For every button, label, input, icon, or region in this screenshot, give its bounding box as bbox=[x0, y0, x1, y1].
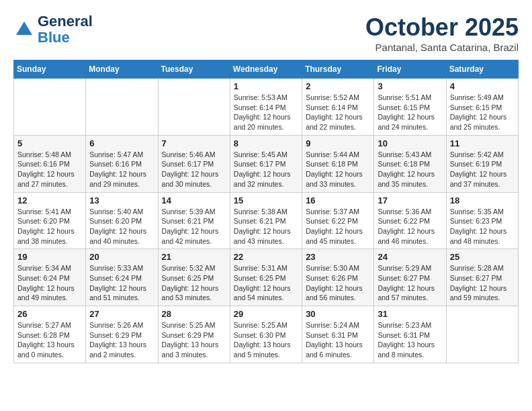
weekday-header-sunday: Sunday bbox=[14, 60, 86, 79]
calendar-cell: 17Sunrise: 5:36 AM Sunset: 6:22 PM Dayli… bbox=[374, 192, 446, 249]
weekday-header-tuesday: Tuesday bbox=[158, 60, 230, 79]
day-info: Sunrise: 5:38 AM Sunset: 6:21 PM Dayligh… bbox=[234, 207, 298, 246]
page-header: General Blue October 2025 Pantanal, Sant… bbox=[13, 13, 519, 53]
day-number: 28 bbox=[162, 309, 226, 319]
day-number: 8 bbox=[234, 138, 298, 148]
day-info: Sunrise: 5:26 AM Sunset: 6:29 PM Dayligh… bbox=[89, 320, 154, 360]
day-number: 16 bbox=[306, 195, 370, 205]
day-number: 9 bbox=[306, 138, 370, 148]
day-info: Sunrise: 5:28 AM Sunset: 6:27 PM Dayligh… bbox=[450, 263, 515, 303]
logo-text: General Blue bbox=[38, 13, 93, 46]
day-info: Sunrise: 5:49 AM Sunset: 6:15 PM Dayligh… bbox=[450, 93, 515, 132]
day-info: Sunrise: 5:35 AM Sunset: 6:23 PM Dayligh… bbox=[450, 207, 515, 246]
calendar-cell: 16Sunrise: 5:37 AM Sunset: 6:22 PM Dayli… bbox=[302, 192, 374, 249]
calendar-cell: 18Sunrise: 5:35 AM Sunset: 6:23 PM Dayli… bbox=[446, 192, 518, 249]
day-info: Sunrise: 5:42 AM Sunset: 6:19 PM Dayligh… bbox=[450, 150, 515, 189]
day-number: 29 bbox=[234, 309, 298, 319]
calendar-cell: 9Sunrise: 5:44 AM Sunset: 6:18 PM Daylig… bbox=[302, 135, 374, 192]
day-number: 19 bbox=[17, 252, 82, 262]
logo: General Blue bbox=[13, 13, 93, 46]
day-number: 12 bbox=[17, 195, 82, 205]
day-info: Sunrise: 5:45 AM Sunset: 6:17 PM Dayligh… bbox=[234, 150, 298, 189]
day-info: Sunrise: 5:32 AM Sunset: 6:25 PM Dayligh… bbox=[162, 263, 226, 303]
day-info: Sunrise: 5:52 AM Sunset: 6:14 PM Dayligh… bbox=[306, 93, 370, 132]
calendar-cell: 23Sunrise: 5:30 AM Sunset: 6:26 PM Dayli… bbox=[302, 249, 374, 306]
day-info: Sunrise: 5:40 AM Sunset: 6:20 PM Dayligh… bbox=[89, 207, 154, 246]
calendar-cell: 29Sunrise: 5:25 AM Sunset: 6:30 PM Dayli… bbox=[230, 306, 302, 363]
calendar-cell: 5Sunrise: 5:48 AM Sunset: 6:16 PM Daylig… bbox=[14, 135, 86, 192]
weekday-header-row: SundayMondayTuesdayWednesdayThursdayFrid… bbox=[14, 60, 519, 79]
calendar-cell: 2Sunrise: 5:52 AM Sunset: 6:14 PM Daylig… bbox=[302, 79, 374, 136]
weekday-header-friday: Friday bbox=[374, 60, 446, 79]
day-number: 21 bbox=[162, 252, 226, 262]
calendar-cell: 1Sunrise: 5:53 AM Sunset: 6:14 PM Daylig… bbox=[230, 79, 302, 136]
day-number: 22 bbox=[234, 252, 298, 262]
day-info: Sunrise: 5:36 AM Sunset: 6:22 PM Dayligh… bbox=[378, 207, 442, 246]
location-subtitle: Pantanal, Santa Catarina, Brazil bbox=[365, 42, 519, 53]
month-title: October 2025 bbox=[365, 13, 519, 42]
calendar-cell: 8Sunrise: 5:45 AM Sunset: 6:17 PM Daylig… bbox=[230, 135, 302, 192]
day-number: 30 bbox=[306, 309, 370, 319]
day-number: 3 bbox=[378, 81, 442, 91]
day-number: 5 bbox=[17, 138, 82, 148]
day-number: 17 bbox=[378, 195, 442, 205]
day-info: Sunrise: 5:30 AM Sunset: 6:26 PM Dayligh… bbox=[306, 263, 370, 303]
calendar-cell: 10Sunrise: 5:43 AM Sunset: 6:18 PM Dayli… bbox=[374, 135, 446, 192]
day-number: 10 bbox=[378, 138, 442, 148]
calendar-table: SundayMondayTuesdayWednesdayThursdayFrid… bbox=[13, 60, 519, 363]
calendar-cell: 25Sunrise: 5:28 AM Sunset: 6:27 PM Dayli… bbox=[446, 249, 518, 306]
calendar-cell: 11Sunrise: 5:42 AM Sunset: 6:19 PM Dayli… bbox=[446, 135, 518, 192]
day-info: Sunrise: 5:33 AM Sunset: 6:24 PM Dayligh… bbox=[89, 263, 154, 303]
day-info: Sunrise: 5:53 AM Sunset: 6:14 PM Dayligh… bbox=[234, 93, 298, 132]
calendar-cell bbox=[86, 79, 158, 136]
calendar-cell: 22Sunrise: 5:31 AM Sunset: 6:25 PM Dayli… bbox=[230, 249, 302, 306]
calendar-cell: 26Sunrise: 5:27 AM Sunset: 6:28 PM Dayli… bbox=[14, 306, 86, 363]
day-info: Sunrise: 5:46 AM Sunset: 6:17 PM Dayligh… bbox=[162, 150, 226, 189]
title-block: October 2025 Pantanal, Santa Catarina, B… bbox=[365, 13, 519, 53]
day-number: 24 bbox=[378, 252, 442, 262]
weekday-header-monday: Monday bbox=[86, 60, 158, 79]
day-number: 6 bbox=[89, 138, 154, 148]
day-number: 13 bbox=[89, 195, 154, 205]
calendar-week-5: 26Sunrise: 5:27 AM Sunset: 6:28 PM Dayli… bbox=[14, 306, 519, 363]
calendar-week-4: 19Sunrise: 5:34 AM Sunset: 6:24 PM Dayli… bbox=[14, 249, 519, 306]
day-number: 26 bbox=[17, 309, 82, 319]
day-info: Sunrise: 5:29 AM Sunset: 6:27 PM Dayligh… bbox=[378, 263, 442, 303]
day-info: Sunrise: 5:39 AM Sunset: 6:21 PM Dayligh… bbox=[162, 207, 226, 246]
calendar-cell: 19Sunrise: 5:34 AM Sunset: 6:24 PM Dayli… bbox=[14, 249, 86, 306]
day-info: Sunrise: 5:31 AM Sunset: 6:25 PM Dayligh… bbox=[234, 263, 298, 303]
calendar-cell: 28Sunrise: 5:25 AM Sunset: 6:29 PM Dayli… bbox=[158, 306, 230, 363]
day-number: 23 bbox=[306, 252, 370, 262]
day-number: 2 bbox=[306, 81, 370, 91]
day-info: Sunrise: 5:25 AM Sunset: 6:30 PM Dayligh… bbox=[234, 320, 298, 360]
calendar-header: SundayMondayTuesdayWednesdayThursdayFrid… bbox=[14, 60, 519, 79]
calendar-cell: 4Sunrise: 5:49 AM Sunset: 6:15 PM Daylig… bbox=[446, 79, 518, 136]
weekday-header-saturday: Saturday bbox=[446, 60, 518, 79]
calendar-cell: 14Sunrise: 5:39 AM Sunset: 6:21 PM Dayli… bbox=[158, 192, 230, 249]
calendar-cell: 24Sunrise: 5:29 AM Sunset: 6:27 PM Dayli… bbox=[374, 249, 446, 306]
calendar-cell: 12Sunrise: 5:41 AM Sunset: 6:20 PM Dayli… bbox=[14, 192, 86, 249]
day-info: Sunrise: 5:47 AM Sunset: 6:16 PM Dayligh… bbox=[89, 150, 154, 189]
calendar-cell: 31Sunrise: 5:23 AM Sunset: 6:31 PM Dayli… bbox=[374, 306, 446, 363]
day-info: Sunrise: 5:27 AM Sunset: 6:28 PM Dayligh… bbox=[17, 320, 82, 360]
day-number: 11 bbox=[450, 138, 515, 148]
calendar-cell bbox=[446, 306, 518, 363]
calendar-cell: 30Sunrise: 5:24 AM Sunset: 6:31 PM Dayli… bbox=[302, 306, 374, 363]
calendar-cell: 21Sunrise: 5:32 AM Sunset: 6:25 PM Dayli… bbox=[158, 249, 230, 306]
day-info: Sunrise: 5:23 AM Sunset: 6:31 PM Dayligh… bbox=[378, 320, 442, 360]
day-info: Sunrise: 5:34 AM Sunset: 6:24 PM Dayligh… bbox=[17, 263, 82, 303]
calendar-week-2: 5Sunrise: 5:48 AM Sunset: 6:16 PM Daylig… bbox=[14, 135, 519, 192]
calendar-week-1: 1Sunrise: 5:53 AM Sunset: 6:14 PM Daylig… bbox=[14, 79, 519, 136]
day-info: Sunrise: 5:44 AM Sunset: 6:18 PM Dayligh… bbox=[306, 150, 370, 189]
calendar-cell: 7Sunrise: 5:46 AM Sunset: 6:17 PM Daylig… bbox=[158, 135, 230, 192]
day-number: 31 bbox=[378, 309, 442, 319]
weekday-header-thursday: Thursday bbox=[302, 60, 374, 79]
day-number: 20 bbox=[89, 252, 154, 262]
svg-marker-0 bbox=[16, 21, 32, 35]
day-info: Sunrise: 5:41 AM Sunset: 6:20 PM Dayligh… bbox=[17, 207, 82, 246]
calendar-cell: 6Sunrise: 5:47 AM Sunset: 6:16 PM Daylig… bbox=[86, 135, 158, 192]
day-number: 25 bbox=[450, 252, 515, 262]
logo-icon bbox=[13, 19, 35, 40]
weekday-header-wednesday: Wednesday bbox=[230, 60, 302, 79]
calendar-cell bbox=[14, 79, 86, 136]
